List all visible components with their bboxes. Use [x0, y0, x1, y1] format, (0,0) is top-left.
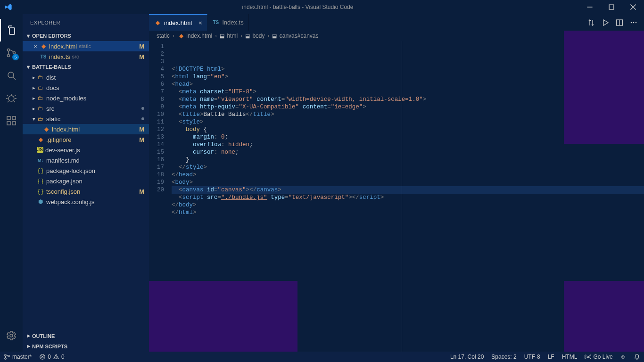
breadcrumb-item[interactable]: ⬓ body [245, 33, 264, 39]
breadcrumb-item[interactable]: static [157, 33, 170, 39]
svg-line-12 [15, 95, 16, 96]
editor-tab[interactable]: TSindex.ts [207, 14, 249, 31]
file-tree-item[interactable]: ◆index.htmlM [23, 124, 149, 134]
status-cursor[interactable]: Ln 17, Col 20 [446, 354, 487, 360]
breadcrumb-item[interactable]: ⬓ html [220, 33, 238, 39]
status-notifications-icon[interactable] [630, 354, 644, 360]
window-minimize-button[interactable] [579, 0, 601, 14]
svg-point-21 [10, 334, 13, 337]
chevron-down-icon: ▾ [25, 33, 32, 39]
svg-point-7 [8, 72, 14, 78]
file-tree-item[interactable]: { }tsconfig.jsonM [23, 186, 149, 197]
status-branch[interactable]: master* [0, 352, 35, 362]
status-eol[interactable]: LF [544, 354, 558, 360]
window-close-button[interactable] [622, 0, 644, 14]
breadcrumb-item[interactable]: ◆ index.html [177, 33, 212, 39]
activity-search-icon[interactable] [0, 64, 23, 87]
svg-line-11 [7, 95, 8, 96]
editor-tabs: ◆index.html×TSindex.ts [149, 14, 644, 31]
svg-point-35 [56, 358, 56, 358]
overlay-panel [149, 281, 297, 352]
status-feedback-icon[interactable]: ☺ [617, 354, 630, 360]
window-maximize-button[interactable] [601, 0, 622, 14]
overlay-panel [564, 31, 644, 144]
svg-point-26 [633, 22, 635, 23]
editor-area: ◆index.html×TSindex.ts static›◆ index.ht… [149, 14, 644, 352]
run-icon[interactable] [602, 19, 609, 26]
explorer-title: EXPLORER [23, 14, 149, 31]
svg-line-15 [8, 101, 8, 102]
folder-section-header[interactable]: ▾ BATTLE-BALLS [23, 62, 149, 72]
status-spaces[interactable]: Spaces: 2 [487, 354, 520, 360]
editor-tab[interactable]: ◆index.html× [149, 14, 207, 31]
svg-point-36 [587, 356, 589, 358]
overlay-panel [564, 281, 644, 352]
svg-rect-17 [7, 116, 10, 120]
file-tree-item[interactable]: ▸🗀src [23, 103, 149, 114]
svg-point-27 [636, 22, 637, 23]
breadcrumb-item[interactable]: ⬓ canvas#canvas [272, 33, 318, 39]
svg-point-28 [5, 354, 7, 356]
scm-badge: 5 [12, 54, 19, 60]
close-icon[interactable]: × [31, 43, 40, 50]
svg-point-29 [5, 358, 7, 360]
window-title: index.html - battle-balls - Visual Studi… [17, 4, 579, 10]
compare-changes-icon[interactable] [587, 19, 595, 26]
status-encoding[interactable]: UTF-8 [520, 354, 544, 360]
explorer-sidebar: EXPLORER ▾ OPEN EDITORS ×◆index.htmlstat… [23, 14, 149, 352]
file-tree-item[interactable]: ▾🗁static [23, 114, 149, 124]
svg-rect-20 [12, 116, 16, 120]
svg-point-25 [631, 22, 632, 23]
activity-explorer-icon[interactable] [0, 19, 23, 41]
svg-point-5 [8, 55, 10, 57]
chevron-down-icon: ▾ [25, 64, 32, 70]
file-tree-item[interactable]: ▸🗀node_modules [23, 93, 149, 103]
open-editor-item[interactable]: ×◆index.htmlstaticM [23, 41, 149, 51]
svg-point-9 [8, 96, 14, 101]
status-language[interactable]: HTML [558, 354, 581, 360]
activity-scm-icon[interactable]: 5 [0, 41, 23, 64]
file-tree-item[interactable]: { }package-lock.json [23, 165, 149, 176]
svg-marker-22 [603, 20, 608, 25]
svg-point-4 [8, 49, 10, 51]
file-tree-item[interactable]: ⬢webpack.config.js [23, 197, 149, 207]
status-problems[interactable]: 0 0 [35, 352, 68, 362]
svg-rect-19 [12, 122, 16, 125]
vscode-logo-icon [0, 3, 17, 11]
svg-line-8 [13, 77, 16, 80]
file-tree-item[interactable]: JSdev-server.js [23, 145, 149, 155]
npm-scripts-section-header[interactable]: ▾ NPM SCRIPTS [23, 341, 149, 352]
file-tree-item[interactable]: ▸🗀dist [23, 72, 149, 82]
svg-rect-1 [609, 5, 614, 9]
svg-rect-18 [7, 122, 10, 125]
chevron-right-icon: ▾ [25, 343, 32, 350]
file-tree-item[interactable]: ◆.gitignoreM [23, 134, 149, 145]
status-bar: master* 0 0 Ln 17, Col 20 Spaces: 2 UTF-… [0, 352, 644, 362]
title-bar: index.html - battle-balls - Visual Studi… [0, 0, 644, 14]
file-tree-item[interactable]: ▸🗀docs [23, 82, 149, 93]
split-editor-icon[interactable] [616, 19, 623, 26]
file-tree-item[interactable]: { }package.json [23, 176, 149, 186]
outline-section-header[interactable]: ▾ OUTLINE [23, 331, 149, 341]
open-editors-section-header[interactable]: ▾ OPEN EDITORS [23, 31, 149, 41]
activity-debug-icon[interactable] [0, 87, 23, 109]
open-editor-item[interactable]: TSindex.tssrcM [23, 51, 149, 62]
status-golive[interactable]: Go Live [581, 354, 616, 360]
svg-line-16 [14, 101, 15, 102]
activity-bar: 5 [0, 14, 23, 352]
chevron-right-icon: ▾ [25, 332, 32, 340]
close-icon[interactable]: × [198, 19, 202, 26]
activity-settings-icon[interactable] [0, 324, 23, 347]
more-actions-icon[interactable] [630, 19, 637, 26]
file-tree-item[interactable]: M↓manifest.md [23, 155, 149, 165]
activity-extensions-icon[interactable] [0, 109, 23, 132]
